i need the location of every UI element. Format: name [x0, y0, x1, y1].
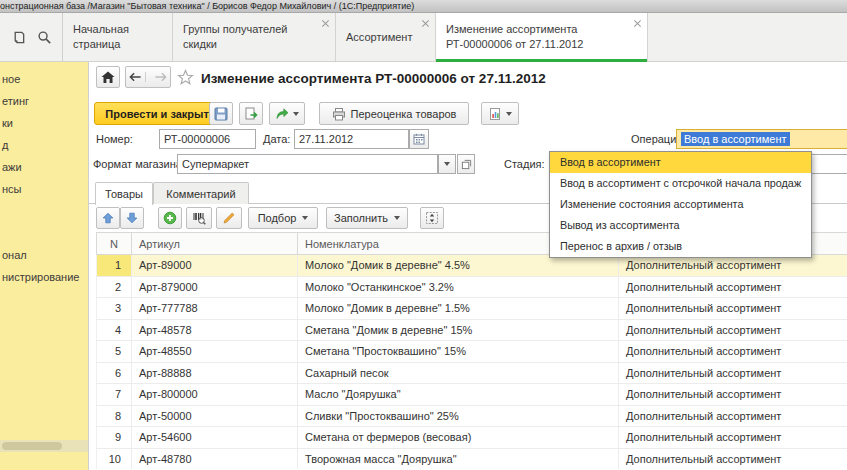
table-row[interactable]: 10Арт-48780Творожная масса "Доярушка"Доп…	[97, 448, 847, 469]
table-cell[interactable]: 2	[97, 276, 132, 298]
store-format-open-button[interactable]	[457, 154, 475, 174]
stage-label: Стадия:	[504, 158, 545, 170]
table-row[interactable]: 5Арт-48550Сметана "Простоквашино" 15%Доп…	[97, 341, 847, 363]
table-cell[interactable]: Сметана от фермеров (весовая)	[298, 427, 619, 449]
table-cell[interactable]: Арт-48780	[132, 448, 298, 469]
pick-button[interactable]: Подбор	[248, 207, 318, 229]
date-field[interactable]: 27.11.2012	[294, 129, 409, 149]
close-icon[interactable]	[321, 19, 330, 28]
table-row[interactable]: 8Арт-50000Сливки "Простоквашино" 25%Допо…	[97, 405, 847, 427]
number-field[interactable]: РТ-00000006	[159, 129, 256, 149]
date-picker-button[interactable]	[409, 129, 429, 149]
tab-2[interactable]: Группы получателей скидки	[173, 13, 336, 61]
sidebar-item[interactable]: ажи	[0, 158, 88, 180]
table-cell[interactable]: Дополнительный ассортимент	[619, 276, 847, 298]
save-button[interactable]	[209, 102, 233, 125]
table-cell[interactable]: Творожная масса "Доярушка"	[298, 448, 619, 469]
table-cell[interactable]: 6	[97, 362, 132, 384]
table-cell[interactable]: Арт-879000	[132, 276, 298, 298]
table-row[interactable]: 7Арт-800000Масло "Доярушка"Дополнительны…	[97, 384, 847, 406]
back-button[interactable]	[126, 72, 146, 82]
table-cell[interactable]: Дополнительный ассортимент	[619, 405, 847, 427]
table-cell[interactable]: Арт-50000	[132, 405, 298, 427]
sidebar-item[interactable]: д	[0, 136, 88, 158]
tab-4[interactable]: Изменение ассортимента РТ-00000006 от 27…	[436, 13, 648, 61]
table-row[interactable]: 9Арт-54600Сметана от фермеров (весовая)Д…	[97, 427, 847, 449]
set-state-button[interactable]	[216, 207, 242, 229]
store-format-dropdown-button[interactable]	[438, 154, 456, 174]
barcode-button[interactable]	[186, 207, 212, 229]
forward-button[interactable]	[151, 72, 170, 82]
home-button[interactable]	[96, 66, 120, 88]
dropdown-option[interactable]: Ввод в ассортимент с отсрочкой начала пр…	[550, 173, 811, 194]
table-cell[interactable]: 9	[97, 427, 132, 449]
table-cell[interactable]: Дополнительный ассортимент	[619, 427, 847, 449]
move-down-button[interactable]	[120, 207, 144, 229]
reports-button[interactable]	[481, 102, 519, 125]
favorite-star-icon[interactable]	[177, 69, 194, 86]
sections-icon[interactable]	[8, 27, 28, 47]
fill-button[interactable]: Заполнить	[326, 207, 408, 229]
table-cell[interactable]: Молоко "Останкинское" 3.2%	[298, 276, 619, 298]
table-cell[interactable]: Сахарный песок	[298, 362, 619, 384]
table-cell[interactable]: 1	[97, 255, 132, 277]
table-cell[interactable]: Масло "Доярушка"	[298, 384, 619, 406]
table-cell[interactable]: Дополнительный ассортимент	[619, 341, 847, 363]
reprice-button[interactable]: Переоценка товаров	[319, 102, 469, 125]
table-cell[interactable]: Дополнительный ассортимент	[619, 319, 847, 341]
table-cell[interactable]: Дополнительный ассортимент	[619, 448, 847, 469]
table-cell[interactable]: Дополнительный ассортимент	[619, 298, 847, 320]
close-icon[interactable]	[421, 19, 430, 28]
tab-comment[interactable]: Комментарий	[153, 182, 249, 204]
table-cell[interactable]: Арт-48550	[132, 341, 298, 363]
table-row[interactable]: 4Арт-48578Сметана "Домик в деревне" 15%Д…	[97, 319, 847, 341]
table-cell[interactable]: 7	[97, 384, 132, 406]
sidebar-item[interactable]: ное	[0, 70, 88, 92]
table-cell[interactable]: Дополнительный ассортимент	[619, 384, 847, 406]
search-icon[interactable]	[34, 27, 54, 47]
table-cell[interactable]: 5	[97, 341, 132, 363]
table-cell[interactable]: Молоко "Домик в деревне" 1.5%	[298, 298, 619, 320]
table-cell[interactable]: Арт-800000	[132, 384, 298, 406]
dropdown-option[interactable]: Изменение состояния ассортимента	[550, 194, 811, 215]
column-header[interactable]: Артикул	[132, 233, 298, 255]
table-row[interactable]: 3Арт-777788Молоко "Домик в деревне" 1.5%…	[97, 298, 847, 320]
table-cell[interactable]: 4	[97, 319, 132, 341]
sidebar-item[interactable]: етинг	[0, 92, 88, 114]
table-cell[interactable]: Арт-89000	[132, 255, 298, 277]
post-and-close-button[interactable]: Провести и закрыть	[94, 102, 227, 125]
table-cell[interactable]: 10	[97, 448, 132, 469]
sidebar-scrollbar[interactable]	[0, 440, 88, 452]
dropdown-option[interactable]: Ввод в ассортимент	[550, 152, 811, 173]
table-cell[interactable]: Сметана "Простоквашино" 15%	[298, 341, 619, 363]
tab-1[interactable]: Начальная страница	[63, 13, 173, 61]
sidebar-item[interactable]: нсы	[0, 180, 88, 202]
column-header[interactable]: N	[97, 233, 132, 255]
row-height-button[interactable]	[420, 207, 444, 229]
dropdown-option[interactable]: Вывод из ассортимента	[550, 215, 811, 236]
post-button[interactable]	[239, 102, 263, 125]
tab-3[interactable]: Ассортимент	[336, 13, 436, 61]
table-row[interactable]: 2Арт-879000Молоко "Останкинское" 3.2%Доп…	[97, 276, 847, 298]
table-cell[interactable]: 8	[97, 405, 132, 427]
sidebar-item[interactable]: ки	[0, 114, 88, 136]
table-cell[interactable]: Арт-54600	[132, 427, 298, 449]
store-format-field[interactable]: Супермаркет	[177, 154, 438, 174]
tab-goods[interactable]: Товары	[95, 182, 153, 205]
operation-field[interactable]: Ввод в ассортимент	[676, 129, 847, 149]
table-cell[interactable]: Сметана "Домик в деревне" 15%	[298, 319, 619, 341]
sidebar-item[interactable]: нистрирование	[0, 268, 88, 290]
table-cell[interactable]: 3	[97, 298, 132, 320]
table-cell[interactable]: Сливки "Простоквашино" 25%	[298, 405, 619, 427]
add-row-button[interactable]	[158, 207, 182, 229]
close-icon[interactable]	[633, 19, 642, 28]
create-based-button[interactable]	[269, 102, 305, 125]
table-cell[interactable]: Арт-777788	[132, 298, 298, 320]
move-up-button[interactable]	[96, 207, 120, 229]
dropdown-option[interactable]: Перенос в архив / отзыв	[550, 236, 811, 257]
sidebar-item[interactable]: онал	[0, 246, 88, 268]
table-cell[interactable]: Арт-88888	[132, 362, 298, 384]
table-cell[interactable]: Дополнительный ассортимент	[619, 362, 847, 384]
table-cell[interactable]: Арт-48578	[132, 319, 298, 341]
table-row[interactable]: 6Арт-88888Сахарный песокДополнительный а…	[97, 362, 847, 384]
